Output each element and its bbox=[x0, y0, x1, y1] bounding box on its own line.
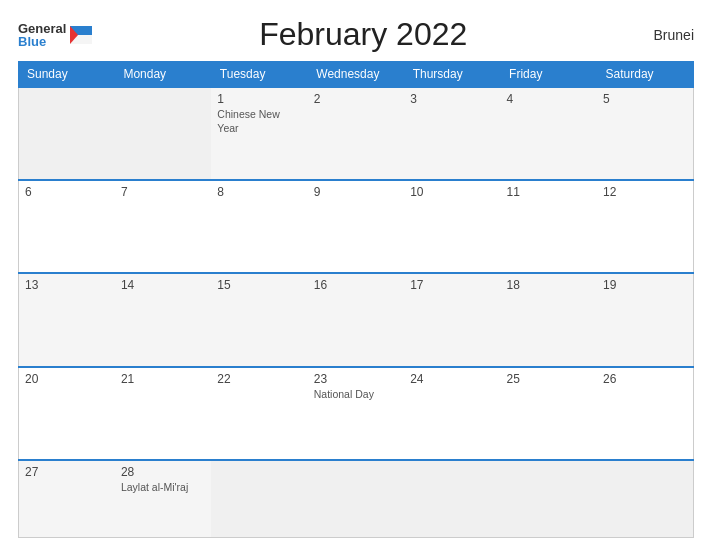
logo-flag-icon bbox=[70, 26, 92, 44]
day-number: 14 bbox=[121, 278, 205, 292]
table-cell: 27 bbox=[19, 460, 115, 538]
logo-blue: Blue bbox=[18, 35, 66, 48]
day-number: 16 bbox=[314, 278, 398, 292]
table-cell: 2 bbox=[308, 87, 404, 180]
table-cell: 3 bbox=[404, 87, 500, 180]
day-number: 15 bbox=[217, 278, 301, 292]
table-cell: 14 bbox=[115, 273, 211, 366]
table-cell: 5 bbox=[597, 87, 693, 180]
day-number: 2 bbox=[314, 92, 398, 106]
logo-general: General bbox=[18, 22, 66, 35]
col-sunday: Sunday bbox=[19, 62, 115, 88]
calendar-week-row: 1Chinese New Year2345 bbox=[19, 87, 694, 180]
table-cell: 22 bbox=[211, 367, 307, 460]
day-number: 25 bbox=[507, 372, 591, 386]
calendar-header: General Blue February 2022 Brunei bbox=[18, 16, 694, 53]
table-cell: 1Chinese New Year bbox=[211, 87, 307, 180]
holiday-label: National Day bbox=[314, 388, 398, 402]
table-cell: 20 bbox=[19, 367, 115, 460]
table-cell: 10 bbox=[404, 180, 500, 273]
day-number: 5 bbox=[603, 92, 687, 106]
table-cell: 13 bbox=[19, 273, 115, 366]
table-cell bbox=[211, 460, 307, 538]
day-number: 7 bbox=[121, 185, 205, 199]
day-number: 18 bbox=[507, 278, 591, 292]
table-cell bbox=[308, 460, 404, 538]
calendar-country: Brunei bbox=[634, 27, 694, 43]
table-cell: 8 bbox=[211, 180, 307, 273]
table-cell bbox=[501, 460, 597, 538]
day-number: 8 bbox=[217, 185, 301, 199]
col-tuesday: Tuesday bbox=[211, 62, 307, 88]
col-wednesday: Wednesday bbox=[308, 62, 404, 88]
col-monday: Monday bbox=[115, 62, 211, 88]
table-cell: 17 bbox=[404, 273, 500, 366]
day-number: 26 bbox=[603, 372, 687, 386]
table-cell: 7 bbox=[115, 180, 211, 273]
weekday-header-row: Sunday Monday Tuesday Wednesday Thursday… bbox=[19, 62, 694, 88]
table-cell: 11 bbox=[501, 180, 597, 273]
day-number: 27 bbox=[25, 465, 109, 479]
day-number: 22 bbox=[217, 372, 301, 386]
calendar-week-row: 13141516171819 bbox=[19, 273, 694, 366]
day-number: 17 bbox=[410, 278, 494, 292]
day-number: 20 bbox=[25, 372, 109, 386]
table-cell bbox=[597, 460, 693, 538]
table-cell: 26 bbox=[597, 367, 693, 460]
day-number: 23 bbox=[314, 372, 398, 386]
day-number: 9 bbox=[314, 185, 398, 199]
table-cell bbox=[115, 87, 211, 180]
table-cell: 24 bbox=[404, 367, 500, 460]
table-cell: 16 bbox=[308, 273, 404, 366]
calendar-week-row: 20212223National Day242526 bbox=[19, 367, 694, 460]
day-number: 4 bbox=[507, 92, 591, 106]
day-number: 11 bbox=[507, 185, 591, 199]
day-number: 24 bbox=[410, 372, 494, 386]
calendar-title: February 2022 bbox=[92, 16, 634, 53]
col-saturday: Saturday bbox=[597, 62, 693, 88]
holiday-label: Laylat al-Mi'raj bbox=[121, 481, 205, 495]
day-number: 10 bbox=[410, 185, 494, 199]
day-number: 13 bbox=[25, 278, 109, 292]
calendar-page: General Blue February 2022 Brunei Sunday… bbox=[0, 0, 712, 550]
table-cell bbox=[404, 460, 500, 538]
table-cell: 9 bbox=[308, 180, 404, 273]
day-number: 3 bbox=[410, 92, 494, 106]
day-number: 28 bbox=[121, 465, 205, 479]
calendar-week-row: 2728Laylat al-Mi'raj bbox=[19, 460, 694, 538]
day-number: 12 bbox=[603, 185, 687, 199]
calendar-table: Sunday Monday Tuesday Wednesday Thursday… bbox=[18, 61, 694, 538]
holiday-label: Chinese New Year bbox=[217, 108, 301, 135]
day-number: 21 bbox=[121, 372, 205, 386]
table-cell: 23National Day bbox=[308, 367, 404, 460]
table-cell: 25 bbox=[501, 367, 597, 460]
table-cell: 28Laylat al-Mi'raj bbox=[115, 460, 211, 538]
day-number: 19 bbox=[603, 278, 687, 292]
col-thursday: Thursday bbox=[404, 62, 500, 88]
table-cell: 15 bbox=[211, 273, 307, 366]
table-cell bbox=[19, 87, 115, 180]
col-friday: Friday bbox=[501, 62, 597, 88]
table-cell: 18 bbox=[501, 273, 597, 366]
day-number: 1 bbox=[217, 92, 301, 106]
calendar-week-row: 6789101112 bbox=[19, 180, 694, 273]
table-cell: 19 bbox=[597, 273, 693, 366]
table-cell: 4 bbox=[501, 87, 597, 180]
table-cell: 6 bbox=[19, 180, 115, 273]
logo: General Blue bbox=[18, 22, 92, 48]
table-cell: 12 bbox=[597, 180, 693, 273]
table-cell: 21 bbox=[115, 367, 211, 460]
day-number: 6 bbox=[25, 185, 109, 199]
